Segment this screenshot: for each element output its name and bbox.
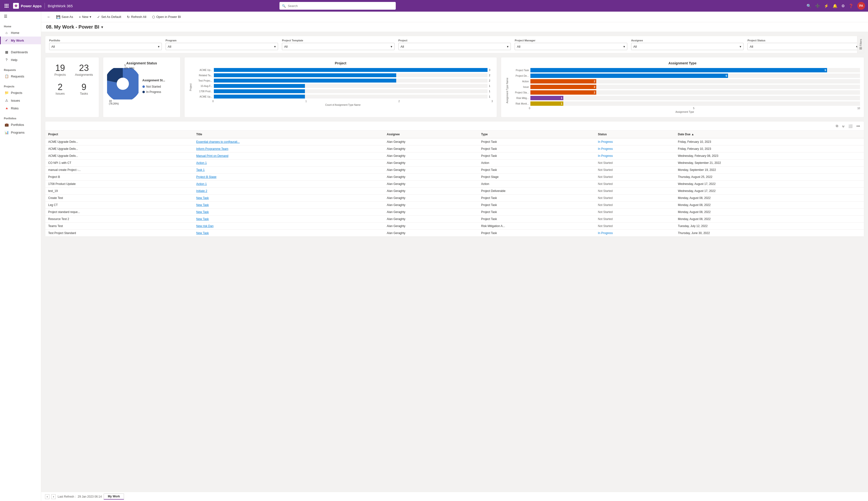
cell-title[interactable]: Essential changes to configurati... <box>193 138 384 146</box>
filter-project-manager-select[interactable]: All ▾ <box>515 43 627 50</box>
stat-tasks: 9 Tasks <box>73 81 95 97</box>
open-power-bi-button[interactable]: ⬡ Open in Power BI <box>150 14 183 20</box>
search-bar[interactable]: 🔍 <box>280 2 396 10</box>
sidebar-hamburger[interactable]: ☰ <box>0 12 41 21</box>
sidebar-item-issues[interactable]: ⚠ Issues <box>0 97 41 104</box>
assign-type-bar-track: 2 <box>530 85 860 89</box>
sidebar-item-portfolios[interactable]: 💼 Portfolios <box>0 121 41 128</box>
cell-title[interactable]: Project B Stage <box>193 173 384 181</box>
cell-title[interactable]: Action 1 <box>193 160 384 167</box>
table-row[interactable]: Leg CT New Task Alan Geraghty Project Ta… <box>45 202 864 209</box>
cell-title[interactable]: Action 1 <box>193 181 384 188</box>
project-bar-fill <box>214 95 305 98</box>
cell-date-due: Monday, August 08, 2022 <box>675 195 864 202</box>
cell-title[interactable]: New Task <box>193 195 384 202</box>
cell-title[interactable]: Manual Print on Demand <box>193 152 384 160</box>
cell-title[interactable]: Task 1 <box>193 167 384 173</box>
table-more-btn[interactable]: ••• <box>855 123 861 129</box>
bottom-tab-mywork[interactable]: My Work <box>104 493 124 500</box>
table-filter-btn[interactable]: ⊌ <box>841 123 846 129</box>
cell-date-due: Friday, February 10, 2023 <box>675 138 864 146</box>
cell-title[interactable]: New risk Dan <box>193 223 384 230</box>
svg-rect-1 <box>6 4 7 5</box>
table-row[interactable]: Teams Test New risk Dan Alan Geraghty Ri… <box>45 223 864 230</box>
avatar[interactable]: PA <box>857 2 865 10</box>
sidebar-item-risks[interactable]: 🔺 Risks <box>0 104 41 112</box>
table-row[interactable]: Project standard reque... New Task Alan … <box>45 209 864 216</box>
table-row[interactable]: ACME Upgrade Deliv... Inform Programme T… <box>45 146 864 152</box>
col-assignee[interactable]: Assignee <box>384 131 478 138</box>
settings-icon[interactable]: ⚙ <box>841 4 845 8</box>
table-row[interactable]: Create Test New Task Alan Geraghty Proje… <box>45 195 864 202</box>
filter-assignee-select[interactable]: All ▾ <box>631 43 744 50</box>
project-bar-row: 10-Aug-F... 1 <box>193 84 493 88</box>
sidebar-item-help[interactable]: ? Help <box>0 56 41 64</box>
filter-icon[interactable]: ⚡ <box>824 4 829 8</box>
help-icon[interactable]: ❓ <box>849 4 854 8</box>
cell-title[interactable]: Inform Programme Team <box>193 146 384 152</box>
cell-date-due: Wednesday, August 17, 2022 <box>675 181 864 188</box>
set-default-button[interactable]: ✓ Set As Default <box>95 14 124 20</box>
refresh-all-button[interactable]: ↻ Refresh All <box>125 14 149 20</box>
table-row[interactable]: ACME Upgrade Deliv... Manual Print on De… <box>45 152 864 160</box>
filter-project-select[interactable]: All ▾ <box>398 43 511 50</box>
side-filters-toggle[interactable]: Filters ⊞ <box>857 36 864 53</box>
sidebar-item-home[interactable]: ⌂ Home <box>0 29 41 36</box>
table-row[interactable]: CO NPI 1 with CT Action 1 Alan Geraghty … <box>45 160 864 167</box>
cell-title[interactable]: New Task <box>193 230 384 237</box>
sidebar-item-programs[interactable]: 📊 Programs <box>0 128 41 136</box>
notification-icon[interactable]: 🔔 <box>833 4 837 8</box>
table-copy-btn[interactable]: ⧉ <box>835 123 839 129</box>
cell-title[interactable]: New Task <box>193 209 384 216</box>
table-row[interactable]: manual create Project -... Task 1 Alan G… <box>45 167 864 173</box>
pie-label-bottom: 18(78.26%) <box>109 100 119 105</box>
page-title: 08. My Work - Power BI ▾ <box>46 24 863 32</box>
search-action-icon[interactable]: 🔍 <box>806 4 811 8</box>
cell-title[interactable]: Initiate 2 <box>193 188 384 195</box>
stat-projects: 19 Projects <box>49 61 71 78</box>
new-button[interactable]: + New ▾ <box>76 14 94 20</box>
col-project[interactable]: Project <box>45 131 193 138</box>
assign-type-bar-row: Issue 2 <box>510 85 860 89</box>
project-y-axis-label: Project <box>188 68 193 106</box>
table-row[interactable]: 1708 Product Update Action 1 Alan Geragh… <box>45 181 864 188</box>
sidebar-item-projects[interactable]: 📁 Projects <box>0 89 41 97</box>
search-input[interactable] <box>288 4 393 8</box>
table-row[interactable]: ACME Upgrade Deliv... Essential changes … <box>45 138 864 146</box>
col-status[interactable]: Status <box>595 131 675 138</box>
filter-portfolio-select[interactable]: All ▾ <box>49 43 162 50</box>
bottom-nav-next[interactable]: › <box>51 494 56 499</box>
filter-project-status-select[interactable]: All ▾ <box>747 43 860 50</box>
table-row[interactable]: test_19 Initiate 2 Alan Geraghty Project… <box>45 188 864 195</box>
sidebar-item-mywork[interactable]: ✓ My Work <box>0 36 41 44</box>
cell-status: In Progress <box>595 230 675 237</box>
col-type[interactable]: Type <box>478 131 595 138</box>
add-icon[interactable]: ➕ <box>815 4 820 8</box>
page-title-dropdown-icon[interactable]: ▾ <box>101 25 103 29</box>
sidebar-item-dashboards[interactable]: ▦ Dashboards <box>0 48 41 56</box>
bottom-nav-prev[interactable]: ‹ <box>45 494 49 499</box>
cell-date-due: Wednesday, February 08, 2023 <box>675 152 864 160</box>
col-title[interactable]: Title <box>193 131 384 138</box>
col-date-due[interactable]: Date Due ▲ <box>675 131 864 138</box>
waffle-menu[interactable] <box>3 4 10 8</box>
project-bar-track <box>214 79 488 83</box>
cell-title[interactable]: New Task <box>193 216 384 223</box>
open-power-bi-label: Open in Power BI <box>156 15 181 19</box>
cell-title[interactable]: New Task <box>193 202 384 209</box>
table-row[interactable]: Resource Test 2 New Task Alan Geraghty P… <box>45 216 864 223</box>
table-row[interactable]: Test Project Standard New Task Alan Gera… <box>45 230 864 237</box>
save-as-button[interactable]: 💾 Save As <box>54 14 75 20</box>
filter-program-select[interactable]: All ▾ <box>166 43 278 50</box>
filter-program-chevron: ▾ <box>274 45 276 49</box>
table-expand-btn[interactable]: ⬜ <box>847 123 854 129</box>
svg-point-11 <box>117 78 129 90</box>
filter-project-status-label: Project Status <box>747 39 860 42</box>
issues-icon: ⚠ <box>4 98 9 103</box>
cell-project: test_19 <box>45 188 193 195</box>
filter-project-template-select[interactable]: All ▾ <box>282 43 395 50</box>
back-button[interactable]: ← <box>45 13 53 20</box>
bottom-bar: ‹ › Last Refresh : 29 Jan 2023 06:14 My … <box>41 492 868 501</box>
table-row[interactable]: Project B Project B Stage Alan Geraghty … <box>45 173 864 181</box>
sidebar-item-requests[interactable]: 📋 Requests <box>0 72 41 80</box>
